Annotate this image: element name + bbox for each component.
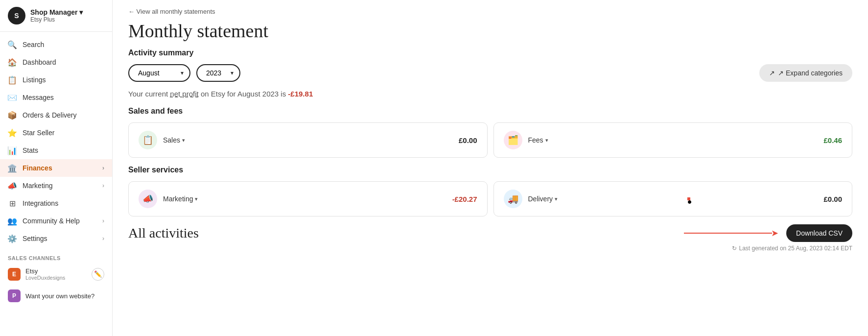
- sidebar: S Shop Manager ▾ Etsy Plus 🔍 Search 🏠 Da…: [0, 0, 113, 336]
- messages-icon: ✉️: [8, 93, 17, 102]
- chevron-right-icon: ›: [102, 217, 104, 224]
- settings-icon: ⚙️: [8, 234, 17, 243]
- delivery-amount: £0.00: [823, 195, 842, 203]
- sales-channels-heading: SALES CHANNELS: [0, 251, 112, 263]
- channel-website[interactable]: P Want your own website?: [0, 285, 112, 307]
- marketing-label-text: Marketing: [163, 195, 193, 203]
- sidebar-item-dashboard[interactable]: 🏠 Dashboard: [0, 53, 112, 71]
- website-channel-info: Want your own website?: [25, 292, 104, 300]
- sales-card: 📋 Sales ▾ £0.00: [128, 122, 488, 158]
- sidebar-item-settings[interactable]: ⚙️ Settings ›: [0, 230, 112, 247]
- delivery-icon-wrap: 🚚: [504, 190, 522, 208]
- arrow-head-icon: ➤: [771, 228, 778, 239]
- website-channel-name: Want your own website?: [25, 292, 104, 300]
- sidebar-item-label: Messages: [23, 94, 54, 101]
- sidebar-item-star-seller[interactable]: ⭐ Star Seller: [0, 124, 112, 142]
- sidebar-item-label: Dashboard: [23, 58, 56, 66]
- listings-icon: 📋: [8, 75, 17, 84]
- etsy-channel-info: Etsy LoveDuxdesigns: [25, 267, 87, 281]
- download-csv-button[interactable]: Download CSV: [786, 224, 852, 242]
- expand-categories-button[interactable]: ↗ ↗ Expand categories: [759, 64, 852, 82]
- integrations-icon: ⊞: [8, 199, 17, 208]
- etsy-channel-sub: LoveDuxdesigns: [25, 275, 87, 281]
- sales-amount: £0.00: [459, 136, 477, 144]
- main-content: ← View all monthly statements Monthly st…: [113, 0, 868, 336]
- sidebar-item-stats[interactable]: 📊 Stats: [0, 142, 112, 159]
- sales-icon: 📋: [142, 135, 153, 145]
- fees-label[interactable]: Fees ▾: [528, 136, 548, 144]
- sidebar-item-search[interactable]: 🔍 Search: [0, 36, 112, 53]
- sales-icon-wrap: 📋: [139, 131, 157, 149]
- sidebar-item-label: Community & Help: [23, 217, 80, 225]
- page-title: Monthly statement: [128, 20, 852, 42]
- all-activities-title: All activities: [128, 225, 199, 241]
- stats-icon: 📊: [8, 146, 17, 155]
- sales-label-text: Sales: [163, 136, 180, 144]
- sidebar-item-label: Marketing: [23, 182, 52, 190]
- finances-icon: 🏛️: [8, 164, 17, 172]
- delivery-label-text: Delivery: [528, 195, 553, 203]
- edit-etsy-button[interactable]: ✏️: [92, 268, 104, 281]
- delivery-label[interactable]: Delivery ▾: [528, 195, 558, 203]
- activity-summary-title: Activity summary: [128, 48, 852, 57]
- delivery-card: 🚚 Delivery ▾ ● £0.00: [493, 181, 853, 216]
- shop-name[interactable]: Shop Manager ▾: [30, 8, 83, 16]
- sidebar-item-marketing[interactable]: 📣 Marketing ›: [0, 177, 112, 194]
- sidebar-item-label: Star Seller: [23, 129, 54, 137]
- net-profit-summary: Your current net profit on Etsy for Augu…: [128, 90, 852, 98]
- back-link[interactable]: ← View all monthly statements: [128, 0, 852, 20]
- sales-chevron-icon: ▾: [182, 137, 185, 144]
- search-icon: 🔍: [8, 40, 17, 49]
- sidebar-item-listings[interactable]: 📋 Listings: [0, 71, 112, 89]
- last-generated-text: ↻ Last generated on 25 Aug, 2023 02:14 E…: [128, 245, 852, 252]
- net-profit-link[interactable]: net profit: [170, 90, 198, 98]
- expand-label: ↗ Expand categories: [778, 69, 843, 77]
- seller-services-cards: 📣 Marketing ▾ -£20.27 🚚 Delivery ▾ ● £0.…: [128, 181, 852, 216]
- month-select-wrapper: August JanuaryFebruaryMarch AprilMayJune…: [128, 64, 190, 82]
- marketing-card: 📣 Marketing ▾ -£20.27: [128, 181, 488, 216]
- sidebar-item-orders[interactable]: 📦 Orders & Delivery: [0, 106, 112, 124]
- shop-name-arrow: ▾: [79, 8, 83, 16]
- shop-info: Shop Manager ▾ Etsy Plus: [30, 8, 83, 23]
- sales-label[interactable]: Sales ▾: [163, 136, 185, 144]
- sidebar-item-integrations[interactable]: ⊞ Integrations: [0, 194, 112, 212]
- marketing-label[interactable]: Marketing ▾: [163, 195, 198, 203]
- csv-area: ➤ Download CSV: [684, 224, 852, 242]
- sales-fees-cards: 📋 Sales ▾ £0.00 🗂️ Fees ▾ £0.46: [128, 122, 852, 158]
- etsy-avatar: E: [8, 268, 21, 281]
- sidebar-item-label: Settings: [23, 235, 47, 242]
- chevron-right-icon: ›: [102, 182, 104, 189]
- fees-chevron-icon: ▾: [545, 137, 548, 144]
- sidebar-item-label: Listings: [23, 76, 46, 84]
- delivery-dot-icon: ●: [687, 197, 690, 200]
- etsy-channel-name: Etsy: [25, 267, 87, 275]
- fees-card: 🗂️ Fees ▾ £0.46: [493, 122, 853, 158]
- fees-icon-wrap: 🗂️: [504, 131, 522, 149]
- refresh-icon: ↻: [732, 245, 737, 252]
- main-nav: 🔍 Search 🏠 Dashboard 📋 Listings ✉️ Messa…: [0, 32, 112, 251]
- chevron-right-icon: ›: [102, 235, 104, 242]
- community-icon: 👥: [8, 216, 17, 225]
- sidebar-item-community[interactable]: 👥 Community & Help ›: [0, 212, 112, 230]
- website-avatar: P: [8, 289, 21, 302]
- star-icon: ⭐: [8, 128, 17, 137]
- channel-etsy[interactable]: E Etsy LoveDuxdesigns ✏️: [0, 263, 112, 285]
- month-select[interactable]: August JanuaryFebruaryMarch AprilMayJune…: [128, 64, 190, 82]
- expand-icon: ↗: [769, 69, 775, 77]
- sidebar-item-finances[interactable]: 🏛️ Finances ›: [0, 159, 112, 177]
- year-select-wrapper: 2023 202120222024 ▾: [196, 64, 240, 82]
- sales-fees-title: Sales and fees: [128, 107, 852, 116]
- net-profit-mid: on Etsy for August 2023 is: [201, 90, 286, 98]
- home-icon: 🏠: [8, 58, 17, 67]
- year-select[interactable]: 2023 202120222024: [196, 64, 240, 82]
- delivery-chevron-icon: ▾: [555, 196, 558, 202]
- sidebar-item-label: Finances: [23, 164, 52, 172]
- all-activities-row: All activities ➤ Download CSV: [128, 224, 852, 242]
- fees-icon: 🗂️: [508, 135, 518, 145]
- sidebar-item-label: Search: [23, 41, 44, 48]
- filters-row: August JanuaryFebruaryMarch AprilMayJune…: [128, 64, 852, 82]
- sidebar-item-messages[interactable]: ✉️ Messages: [0, 89, 112, 106]
- sidebar-item-label: Integrations: [23, 199, 58, 207]
- arrow-indicator: ➤: [684, 228, 778, 239]
- marketing-card-icon: 📣: [142, 193, 153, 204]
